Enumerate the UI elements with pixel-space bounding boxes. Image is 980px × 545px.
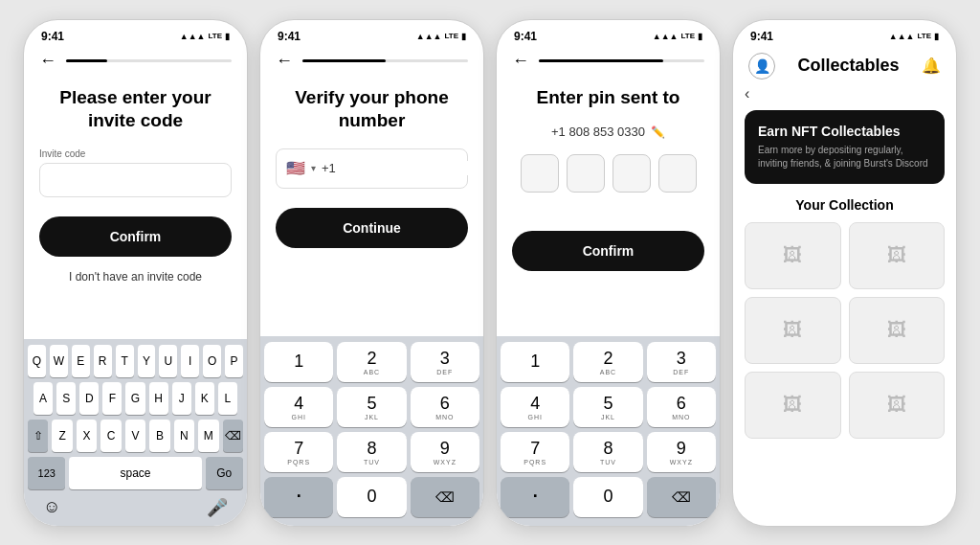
key-s[interactable]: S (56, 382, 76, 415)
np-key-dot[interactable]: · (264, 477, 333, 517)
np3-key-0[interactable]: 0 (573, 477, 642, 517)
key-w[interactable]: W (50, 345, 68, 377)
np-key-5[interactable]: 5JKL (337, 387, 406, 427)
nav-bar-1: ← (24, 47, 247, 77)
key-r[interactable]: R (94, 345, 112, 377)
key-backspace[interactable]: ⌫ (223, 420, 243, 452)
np-key-3[interactable]: 3DEF (411, 342, 479, 382)
pin-box-2[interactable] (567, 154, 605, 193)
mic-key[interactable]: 🎤 (207, 497, 228, 518)
key-z[interactable]: Z (52, 420, 72, 452)
np3-key-3[interactable]: 3DEF (647, 342, 716, 382)
key-y[interactable]: Y (138, 345, 156, 377)
np3-key-backspace[interactable]: ⌫ (647, 477, 716, 517)
edit-icon[interactable]: ✏️ (651, 125, 665, 139)
nav-bar-3: ← (497, 47, 720, 77)
confirm-button-1[interactable]: Confirm (39, 216, 232, 257)
collection-item-2[interactable]: 🖼 (849, 222, 946, 289)
phone-input-row[interactable]: 🇺🇸 ▾ +1 (276, 148, 468, 189)
key-g[interactable]: G (125, 382, 145, 415)
invite-code-input[interactable] (39, 163, 232, 197)
confirm-button-3[interactable]: Confirm (512, 231, 704, 271)
phone-verify: 9:41 ▲▲▲ LTE ▮ ← Verify your phone numbe… (259, 19, 484, 527)
key-x[interactable]: X (77, 420, 97, 452)
collection-item-4[interactable]: 🖼 (849, 297, 946, 364)
collection-item-3[interactable]: 🖼 (745, 297, 841, 364)
numpad-2: 1 2ABC 3DEF 4GHI 5JKL 6MNO 7PQRS 8TUV 9W… (260, 336, 483, 526)
np-key-6[interactable]: 6MNO (411, 387, 479, 427)
key-n[interactable]: N (174, 420, 194, 452)
np-key-1[interactable]: 1 (264, 342, 333, 382)
back-button-1[interactable]: ← (39, 51, 56, 71)
key-h[interactable]: H (149, 382, 168, 415)
image-placeholder-icon-1: 🖼 (783, 244, 802, 266)
pin-box-3[interactable] (612, 154, 651, 193)
np3-key-6[interactable]: 6MNO (647, 387, 716, 427)
np3-key-8[interactable]: 8TUV (573, 432, 642, 472)
np-key-4[interactable]: 4GHI (264, 387, 333, 427)
np-key-0[interactable]: 0 (337, 477, 406, 517)
key-c[interactable]: C (100, 420, 121, 452)
collection-item-5[interactable]: 🖼 (745, 372, 841, 439)
continue-button[interactable]: Continue (276, 208, 468, 248)
pin-box-4[interactable] (658, 154, 697, 193)
key-a[interactable]: A (33, 382, 53, 415)
np-key-8[interactable]: 8TUV (337, 432, 406, 472)
key-l[interactable]: L (218, 382, 237, 415)
pin-box-1[interactable] (521, 154, 559, 193)
key-j[interactable]: J (172, 382, 191, 415)
back-button-3[interactable]: ← (512, 51, 529, 71)
np3-key-7[interactable]: 7PQRS (501, 432, 569, 472)
key-d[interactable]: D (79, 382, 99, 415)
key-shift[interactable]: ⇧ (28, 420, 48, 452)
status-icons-4: ▲▲▲ LTE ▮ (889, 32, 939, 41)
avatar-icon[interactable]: 👤 (748, 53, 775, 79)
collection-item-1[interactable]: 🖼 (745, 222, 841, 289)
phone-pin: 9:41 ▲▲▲ LTE ▮ ← Enter pin sent to +1 80… (496, 19, 721, 527)
signal-icon-3: ▲▲▲ (653, 32, 679, 41)
np-key-7[interactable]: 7PQRS (264, 432, 333, 472)
np3-key-1[interactable]: 1 (501, 342, 569, 382)
key-123[interactable]: 123 (28, 457, 65, 489)
screen-content-1: Please enter your invite code Invite cod… (24, 77, 247, 339)
key-e[interactable]: E (72, 345, 90, 377)
image-placeholder-icon-4: 🖼 (887, 319, 906, 341)
screen-title-1: Please enter your invite code (39, 86, 232, 133)
emoji-key[interactable]: ☺ (43, 497, 60, 518)
status-bar-2: 9:41 ▲▲▲ LTE ▮ (260, 20, 483, 47)
key-m[interactable]: M (198, 420, 218, 452)
np3-key-4[interactable]: 4GHI (501, 387, 569, 427)
np3-key-9[interactable]: 9WXYZ (647, 432, 716, 472)
key-p[interactable]: P (225, 345, 243, 377)
no-invite-link[interactable]: I don't have an invite code (39, 270, 232, 284)
np3-key-dot[interactable]: · (501, 477, 569, 517)
collection-item-6[interactable]: 🖼 (849, 372, 946, 439)
bell-icon[interactable]: 🔔 (922, 57, 941, 75)
back-button-2[interactable]: ← (276, 51, 293, 71)
numpad-3: 1 2ABC 3DEF 4GHI 5JKL 6MNO 7PQRS 8TUV 9W… (497, 336, 720, 526)
phone-number-input[interactable] (342, 161, 483, 175)
key-u[interactable]: U (159, 345, 177, 377)
key-v[interactable]: V (125, 420, 145, 452)
battery-icon-2: ▮ (461, 32, 466, 41)
key-f[interactable]: F (102, 382, 122, 415)
np3-key-2[interactable]: 2ABC (573, 342, 642, 382)
key-o[interactable]: O (203, 345, 221, 377)
invite-label: Invite code (39, 148, 232, 159)
lte-icon-3: LTE (680, 32, 695, 40)
key-q[interactable]: Q (28, 345, 46, 377)
key-k[interactable]: K (195, 382, 214, 415)
back-chevron-icon[interactable]: ‹ (745, 85, 749, 102)
key-i[interactable]: I (181, 345, 199, 377)
key-go[interactable]: Go (206, 457, 243, 489)
screen-title-3: Enter pin sent to (512, 86, 704, 110)
key-b[interactable]: B (149, 420, 169, 452)
np3-key-5[interactable]: 5JKL (573, 387, 642, 427)
np-key-backspace[interactable]: ⌫ (411, 477, 479, 517)
np-key-2[interactable]: 2ABC (337, 342, 406, 382)
collection-grid: 🖼 🖼 🖼 🖼 🖼 🖼 (733, 222, 956, 439)
key-space[interactable]: space (69, 457, 201, 489)
key-t[interactable]: T (116, 345, 134, 377)
screen-content-2: Verify your phone number 🇺🇸 ▾ +1 Continu… (260, 77, 483, 336)
np-key-9[interactable]: 9WXYZ (411, 432, 479, 472)
